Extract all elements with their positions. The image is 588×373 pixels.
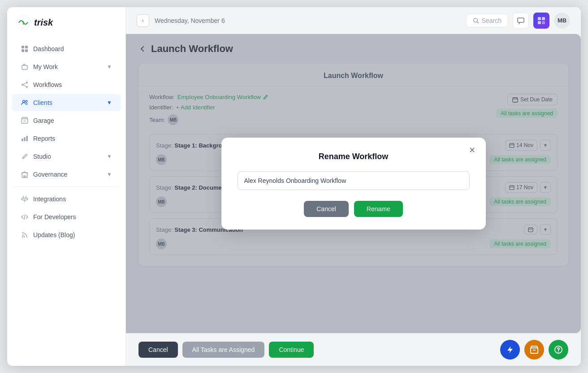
svg-rect-17 bbox=[24, 137, 26, 141]
svg-rect-18 bbox=[26, 136, 28, 141]
modal-title: Rename Workflow bbox=[238, 152, 470, 161]
box-icon bbox=[530, 345, 539, 354]
help-icon bbox=[554, 345, 563, 354]
topbar-back-button[interactable]: ‹ bbox=[137, 14, 149, 27]
svg-rect-26 bbox=[538, 17, 541, 20]
svg-rect-3 bbox=[25, 46, 28, 48]
bottom-bar: Cancel All Tasks are Assigned Continue bbox=[126, 333, 581, 366]
svg-rect-6 bbox=[22, 65, 27, 69]
help-fab-button[interactable] bbox=[549, 340, 568, 360]
cancel-button[interactable]: Cancel bbox=[138, 342, 178, 358]
plug-icon bbox=[21, 195, 29, 203]
svg-rect-5 bbox=[25, 49, 28, 52]
sidebar-item-my-work[interactable]: My Work ▼ bbox=[12, 58, 121, 75]
sidebar-logo: t trisk bbox=[7, 7, 125, 36]
svg-point-12 bbox=[23, 100, 25, 103]
topbar: ‹ Wednesday, November 6 Search MB bbox=[126, 7, 581, 34]
svg-point-23 bbox=[473, 18, 477, 22]
search-icon bbox=[473, 17, 479, 24]
rename-workflow-modal: ✕ Rename Workflow Cancel Rename bbox=[221, 138, 486, 230]
svg-line-10 bbox=[23, 83, 26, 84]
svg-rect-25 bbox=[518, 18, 524, 22]
sidebar-item-dashboard[interactable]: Dashboard bbox=[12, 40, 121, 57]
modal-actions: Cancel Rename bbox=[238, 201, 470, 217]
svg-rect-29 bbox=[542, 21, 545, 24]
sidebar-item-label: Reports bbox=[33, 135, 55, 142]
chevron-down-icon: ▼ bbox=[107, 64, 112, 70]
sidebar-item-label: Dashboard bbox=[33, 45, 64, 52]
modal-rename-button[interactable]: Rename bbox=[354, 201, 403, 217]
sidebar-item-label: Studio bbox=[33, 153, 51, 160]
chevron-down-icon: ▼ bbox=[107, 153, 112, 160]
sidebar-item-reports[interactable]: Reports bbox=[12, 130, 121, 147]
svg-rect-16 bbox=[22, 139, 23, 141]
grid-icon bbox=[21, 45, 29, 53]
edit-icon bbox=[21, 152, 29, 160]
lightning-fab-button[interactable] bbox=[500, 340, 520, 360]
modal-close-button[interactable]: ✕ bbox=[466, 144, 479, 156]
sidebar-nav: Dashboard My Work ▼ Workflows bbox=[7, 36, 125, 366]
sidebar-item-label: Workflows bbox=[33, 81, 62, 88]
chevron-down-icon: ▼ bbox=[107, 100, 112, 106]
app-switcher-button[interactable] bbox=[533, 13, 549, 29]
svg-rect-46 bbox=[531, 348, 538, 353]
archive-icon bbox=[21, 117, 29, 125]
all-tasks-assigned-button[interactable]: All Tasks are Assigned bbox=[182, 342, 265, 358]
svg-point-7 bbox=[26, 82, 28, 83]
continue-button[interactable]: Continue bbox=[269, 342, 314, 358]
briefcase-icon bbox=[21, 63, 29, 71]
svg-rect-27 bbox=[542, 17, 545, 20]
svg-point-49 bbox=[558, 351, 559, 352]
bottom-right-buttons bbox=[500, 340, 568, 360]
sidebar-item-governance[interactable]: Governance ▼ bbox=[12, 166, 121, 183]
sidebar-item-for-developers[interactable]: For Developers bbox=[12, 208, 121, 226]
sidebar-item-label: Clients bbox=[33, 99, 52, 106]
chevron-down-icon: ▼ bbox=[107, 171, 112, 178]
sidebar-item-workflows[interactable]: Workflows bbox=[12, 76, 121, 93]
svg-point-9 bbox=[26, 87, 28, 88]
svg-line-24 bbox=[477, 22, 479, 23]
app-logo-text: trisk bbox=[34, 17, 53, 28]
sidebar-item-integrations[interactable]: Integrations bbox=[12, 191, 121, 208]
lightning-icon bbox=[506, 345, 514, 354]
svg-point-8 bbox=[22, 84, 23, 86]
sidebar: t trisk Dashboard My Work ▼ bbox=[7, 7, 126, 366]
building-icon bbox=[21, 170, 29, 178]
sidebar-item-label: For Developers bbox=[33, 213, 76, 221]
rename-workflow-input[interactable] bbox=[238, 171, 470, 190]
modal-overlay: ✕ Rename Workflow Cancel Rename bbox=[126, 34, 581, 333]
page-area: Launch Workflow Launch Workflow Workflow… bbox=[126, 34, 581, 333]
sidebar-item-label: Updates (Blog) bbox=[33, 231, 75, 239]
topbar-search[interactable]: Search bbox=[466, 14, 508, 27]
topbar-date: Wednesday, November 6 bbox=[155, 17, 225, 24]
svg-line-11 bbox=[23, 85, 26, 87]
svg-point-13 bbox=[26, 100, 27, 102]
search-label: Search bbox=[482, 17, 502, 24]
svg-rect-4 bbox=[22, 49, 24, 52]
svg-rect-2 bbox=[22, 46, 24, 48]
share-icon bbox=[21, 81, 29, 89]
main-content: ‹ Wednesday, November 6 Search MB bbox=[126, 7, 581, 366]
svg-rect-28 bbox=[538, 21, 541, 24]
sidebar-item-label: Integrations bbox=[33, 195, 66, 203]
message-icon bbox=[517, 17, 524, 24]
rss-icon bbox=[21, 231, 29, 239]
sidebar-item-updates-blog[interactable]: Updates (Blog) bbox=[12, 226, 121, 243]
modal-cancel-button[interactable]: Cancel bbox=[304, 201, 349, 217]
sidebar-item-studio[interactable]: Studio ▼ bbox=[12, 148, 121, 165]
sidebar-item-label: Governance bbox=[33, 171, 67, 178]
svg-line-21 bbox=[24, 214, 25, 220]
user-avatar[interactable]: MB bbox=[554, 13, 570, 29]
sidebar-item-clients[interactable]: Clients ▼ bbox=[12, 94, 121, 111]
app-switcher-icon bbox=[537, 17, 545, 25]
svg-point-22 bbox=[22, 236, 23, 238]
sidebar-item-label: Garage bbox=[33, 117, 54, 124]
bar-chart-icon bbox=[21, 134, 29, 143]
archive-fab-button[interactable] bbox=[524, 340, 544, 360]
topbar-right: Search MB bbox=[466, 13, 570, 29]
sidebar-item-label: My Work bbox=[33, 63, 58, 70]
code-icon bbox=[21, 213, 29, 221]
sidebar-item-garage[interactable]: Garage bbox=[12, 112, 121, 129]
users-icon bbox=[21, 99, 29, 107]
messages-button[interactable] bbox=[513, 13, 529, 29]
